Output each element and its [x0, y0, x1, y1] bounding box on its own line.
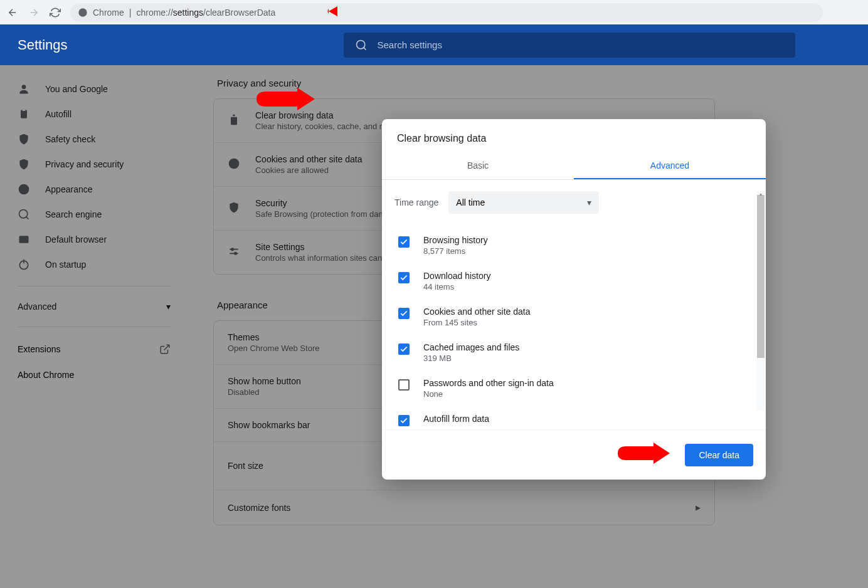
- check-item-sub: 319 MB: [423, 354, 519, 363]
- clear-browsing-data-dialog: Clear browsing data Basic Advanced Time …: [382, 119, 766, 480]
- dialog-tabs: Basic Advanced: [382, 153, 766, 180]
- reload-button[interactable]: [49, 6, 61, 19]
- annotation-pointer-section: [253, 87, 316, 112]
- page-title: Settings: [18, 37, 68, 53]
- clear-data-button[interactable]: Clear data: [685, 444, 753, 466]
- check-item[interactable]: Autofill form data: [394, 407, 749, 429]
- check-item[interactable]: Cached images and files 319 MB: [394, 336, 749, 372]
- url-origin: Chrome: [93, 8, 124, 18]
- check-item-sub: From 145 sites: [423, 318, 530, 327]
- forward-button[interactable]: [28, 6, 40, 19]
- check-item[interactable]: Passwords and other sign-in data None: [394, 372, 749, 407]
- checkbox[interactable]: [398, 236, 410, 248]
- svg-point-1: [356, 40, 364, 48]
- check-item[interactable]: Download history 44 items: [394, 265, 749, 300]
- check-item[interactable]: Browsing history 8,577 items: [394, 229, 749, 265]
- scrollbar[interactable]: ▴: [757, 191, 765, 411]
- check-item-title: Autofill form data: [423, 414, 489, 424]
- annotation-pointer-button: [615, 441, 671, 465]
- url-separator: |: [129, 8, 132, 18]
- chrome-icon: [78, 8, 88, 18]
- search-icon: [355, 39, 368, 51]
- checkbox[interactable]: [398, 344, 410, 355]
- tab-basic[interactable]: Basic: [382, 153, 574, 179]
- check-item-sub: 8,577 items: [423, 246, 488, 256]
- checkbox[interactable]: [398, 272, 410, 283]
- check-item-title: Passwords and other sign-in data: [423, 378, 554, 388]
- checkbox[interactable]: [398, 379, 410, 391]
- checkbox[interactable]: [398, 308, 410, 319]
- back-button[interactable]: [6, 6, 19, 19]
- search-input[interactable]: [378, 39, 784, 50]
- address-bar[interactable]: Chrome | chrome://settings/clearBrowserD…: [70, 3, 823, 22]
- url-text: chrome://settings/clearBrowserData: [136, 8, 275, 18]
- time-range-select[interactable]: All time: [448, 191, 599, 214]
- check-item-title: Download history: [423, 271, 490, 281]
- browser-toolbar: Chrome | chrome://settings/clearBrowserD…: [0, 0, 868, 24]
- checkbox[interactable]: [398, 415, 410, 426]
- clear-data-checklist: Browsing history 8,577 items Download hi…: [394, 229, 753, 429]
- search-box[interactable]: [344, 33, 795, 58]
- check-item-sub: 44 items: [423, 282, 490, 291]
- tab-advanced[interactable]: Advanced: [574, 153, 766, 179]
- settings-header: Settings: [0, 24, 868, 65]
- scroll-thumb[interactable]: [757, 195, 765, 358]
- annotation-pointer-url: [327, 4, 352, 19]
- check-item-title: Browsing history: [423, 235, 488, 245]
- svg-point-0: [78, 8, 87, 16]
- check-item-sub: None: [423, 389, 554, 399]
- check-item[interactable]: Cookies and other site data From 145 sit…: [394, 300, 749, 336]
- check-item-title: Cookies and other site data: [423, 307, 530, 317]
- time-range-label: Time range: [394, 197, 438, 207]
- check-item-title: Cached images and files: [423, 342, 519, 352]
- dialog-title: Clear browsing data: [382, 119, 766, 153]
